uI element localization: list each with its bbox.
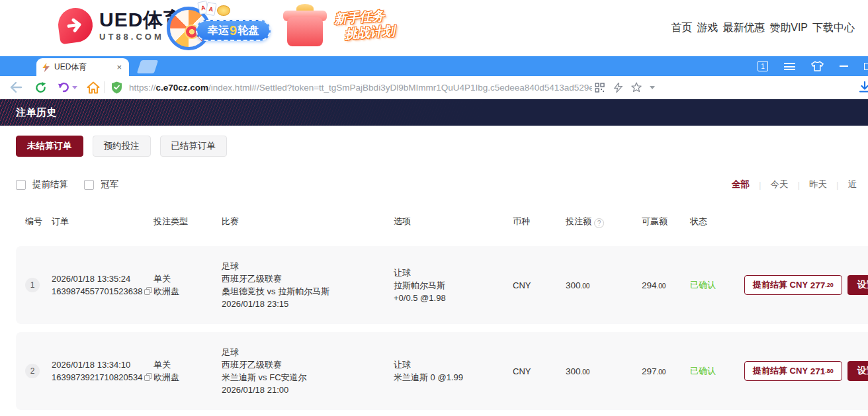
qr-code-icon[interactable]	[595, 83, 605, 93]
match-cell: 足球 西班牙乙级联赛 米兰迪斯 vs FC安道尔 2026/01/18 21:0…	[222, 346, 394, 396]
url-path: /index.html#/Settled?token=tt_tgSmPajBbd…	[208, 83, 592, 93]
currency-cell: CNY	[513, 366, 566, 376]
minimize-button[interactable]	[840, 65, 848, 67]
row-index-badge: 2	[25, 364, 40, 378]
match-time: 2026/01/18 23:15	[222, 298, 394, 310]
download-icon[interactable]	[859, 81, 868, 93]
odds-format: 欧洲盘	[153, 371, 222, 384]
site-logo[interactable]: UED体育 UT88.COM	[58, 8, 184, 42]
header-currency: 币种	[513, 216, 566, 228]
bet-amount-help-icon[interactable]: ?	[594, 218, 604, 228]
page-content: 未结算订单 预约投注 已结算订单 提前结算 冠军 全部 | 今天 | 昨天 | …	[0, 126, 868, 416]
window-controls: 1	[758, 56, 868, 76]
match-cell: 足球 西班牙乙级联赛 桑坦德竞技 vs 拉斯帕尔马斯 2026/01/18 23…	[222, 260, 394, 310]
date-filter-all[interactable]: 全部	[732, 179, 750, 190]
order-time: 2026/01/18 13:34:10	[52, 358, 153, 371]
order-id: 1639874557701523638	[52, 286, 142, 296]
browser-tab[interactable]: UED体育 ×	[36, 58, 129, 76]
undo-dropdown-caret-icon[interactable]	[72, 86, 77, 89]
date-filter-yesterday[interactable]: 昨天	[809, 179, 827, 190]
date-filter-today[interactable]: 今天	[771, 179, 789, 190]
cashout-button[interactable]: 提前结算 CNY 277.20	[744, 275, 842, 295]
tab-reserved-bets[interactable]: 预约投注	[93, 136, 151, 157]
row-actions: 提前结算 CNY 277.20 设置	[744, 275, 868, 295]
pill-text-pre: 幸运	[208, 24, 229, 38]
odds-format: 欧洲盘	[153, 285, 222, 298]
bet-type-cell: 单关 欧洲盘	[153, 358, 222, 384]
header-match: 比赛	[222, 216, 394, 228]
settings-button[interactable]: 设置	[847, 361, 868, 381]
pill-text-post: 轮盘	[238, 24, 259, 38]
winnable-cell: 297.00	[642, 366, 690, 376]
match-teams: 米兰迪斯 vs FC安道尔	[222, 371, 394, 384]
settings-button[interactable]: 设置	[847, 275, 868, 295]
toolbar-divider	[104, 81, 105, 93]
early-settle-checkbox[interactable]	[16, 180, 26, 190]
early-settle-label: 提前结算	[32, 179, 68, 190]
bet-type: 单关	[153, 358, 222, 371]
refresh-button[interactable]	[34, 81, 47, 94]
order-id: 1639873921710820534	[52, 372, 142, 382]
url-actions-caret-icon[interactable]	[650, 86, 655, 89]
champion-checkbox[interactable]	[84, 180, 94, 190]
page-title-bar: 注单历史	[0, 99, 868, 126]
selection-pick: 拉斯帕尔马斯	[394, 279, 513, 292]
url-host: c.e70cz.com	[156, 83, 209, 93]
date-filter-recent[interactable]: 近	[848, 179, 857, 190]
bet-order-row: 1 2026/01/18 13:35:24 163987455770152363…	[16, 246, 868, 324]
header-selection: 选项	[394, 216, 513, 228]
extensions-lightning-icon[interactable]	[614, 83, 623, 93]
tab-title: UED体育	[54, 62, 114, 73]
header-bet-type: 投注类型	[153, 216, 222, 228]
promo-roulette-banner[interactable]: A A 幸运9轮盘	[167, 1, 286, 54]
playing-card-icon: A	[205, 2, 216, 16]
nav-home[interactable]: 首页	[671, 21, 692, 35]
maximize-button[interactable]	[864, 63, 868, 70]
order-id-line: 1639873921710820534	[52, 371, 153, 384]
url-scheme: https://	[129, 83, 156, 93]
tab-unsettled-orders[interactable]: 未结算订单	[16, 136, 83, 157]
winnable-cell: 294.00	[642, 280, 690, 290]
champion-label: 冠军	[101, 179, 118, 190]
copy-icon[interactable]	[144, 286, 152, 298]
bet-type-cell: 单关 欧洲盘	[153, 272, 222, 298]
tab-settled-orders[interactable]: 已结算订单	[160, 136, 228, 157]
header-status: 状态	[690, 216, 744, 228]
browser-toolbar: https://c.e70cz.com/index.html#/Settled?…	[0, 76, 868, 99]
nav-promotions[interactable]: 最新优惠	[722, 21, 765, 35]
match-teams: 桑坦德竞技 vs 拉斯帕尔马斯	[222, 285, 394, 298]
favorite-star-icon[interactable]	[631, 82, 642, 93]
back-button[interactable]	[9, 81, 22, 93]
url-bar[interactable]: https://c.e70cz.com/index.html#/Settled?…	[129, 83, 592, 93]
nav-vip[interactable]: 赞助VIP	[769, 21, 808, 35]
selection-market: 让球	[394, 267, 513, 279]
home-button[interactable]	[87, 81, 100, 94]
status-badge: 已确认	[690, 280, 716, 290]
promo-gift-banner[interactable]: 新手任务 挑战计划	[278, 0, 410, 56]
selection-cell: 让球 米兰迪斯 0 @1.99	[394, 358, 513, 384]
match-league: 西班牙乙级联赛	[222, 272, 394, 285]
bet-amount-cell: 300.00	[566, 366, 642, 376]
skin-tshirt-icon[interactable]	[811, 61, 824, 71]
header-index: 编号	[25, 216, 52, 228]
filter-divider: |	[836, 180, 839, 190]
header-order: 订单	[52, 216, 153, 228]
tab-close-icon[interactable]: ×	[114, 62, 124, 72]
nav-games[interactable]: 游戏	[697, 21, 718, 35]
cashout-button[interactable]: 提前结算 CNY 271.80	[744, 361, 842, 381]
copy-icon[interactable]	[144, 372, 152, 384]
selection-pick: 米兰迪斯 0 @1.99	[394, 371, 513, 384]
order-id-line: 1639874557701523638	[52, 285, 153, 298]
tab-count-button[interactable]: 1	[758, 61, 768, 71]
roulette-promo-pill[interactable]: 幸运9轮盘	[196, 20, 271, 41]
nav-download[interactable]: 下载中心	[812, 21, 855, 35]
undo-button[interactable]	[58, 81, 77, 93]
browser-tabstrip: UED体育 × 1	[0, 56, 868, 76]
browser-menu-icon[interactable]	[784, 63, 795, 70]
selection-market: 让球	[394, 358, 513, 371]
order-cell: 2026/01/18 13:35:24 1639874557701523638	[52, 272, 153, 298]
site-safety-shield-icon[interactable]	[111, 81, 122, 94]
new-tab-button[interactable]	[137, 60, 158, 73]
header-bet-amount: 投注额?	[566, 216, 642, 228]
currency-cell: CNY	[513, 280, 566, 290]
